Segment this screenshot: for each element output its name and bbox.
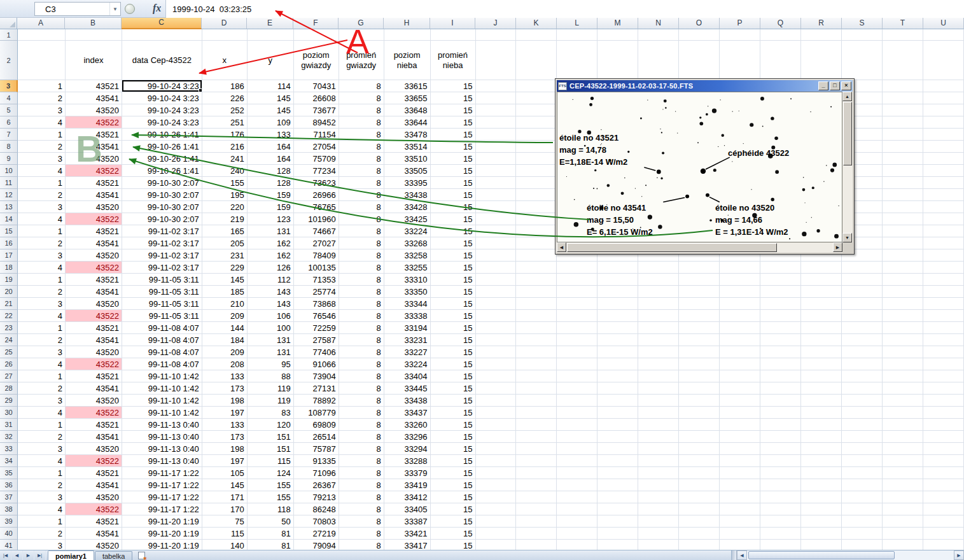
cell-t10[interactable] [883, 165, 923, 177]
cell-e31[interactable]: 120 [248, 419, 294, 431]
cell-s23[interactable] [842, 322, 883, 334]
cell-j28[interactable] [476, 382, 517, 395]
cell-m2[interactable] [597, 41, 638, 80]
cell-o27[interactable] [679, 370, 720, 382]
cell-o23[interactable] [679, 322, 720, 334]
cell-j32[interactable] [476, 431, 517, 443]
cell-r38[interactable] [801, 503, 842, 515]
cell-f7[interactable]: 71154 [294, 129, 339, 141]
cell-h24[interactable]: 33231 [384, 334, 431, 346]
cell-b10[interactable]: 43522 [66, 165, 122, 177]
cell-b2[interactable]: index [66, 41, 122, 80]
cell-u19[interactable] [923, 274, 964, 286]
cell-p28[interactable] [720, 382, 760, 395]
cell-j41[interactable] [476, 540, 517, 550]
cell-c8[interactable]: 99-10-26 1:41 [122, 141, 202, 153]
cell-g28[interactable]: 8 [339, 382, 384, 395]
cell-c30[interactable]: 99-11-10 1:42 [122, 407, 202, 419]
cell-f25[interactable]: 77406 [294, 346, 339, 358]
cell-t30[interactable] [883, 407, 923, 419]
cell-l2[interactable] [557, 41, 597, 80]
cell-d15[interactable]: 165 [202, 225, 248, 237]
cell-e23[interactable]: 100 [248, 322, 294, 334]
cell-p38[interactable] [720, 503, 760, 515]
cell-t39[interactable] [883, 515, 923, 528]
cell-c29[interactable]: 99-11-10 1:42 [122, 395, 202, 407]
cell-t28[interactable] [883, 382, 923, 395]
cell-p30[interactable] [720, 407, 760, 419]
cell-c3[interactable]: 99-10-24 3:23 [122, 80, 202, 92]
cell-o36[interactable] [679, 479, 720, 491]
cell-i24[interactable]: 15 [431, 334, 476, 346]
cell-j25[interactable] [476, 346, 517, 358]
cell-q41[interactable] [760, 540, 801, 550]
cell-f12[interactable]: 26966 [294, 189, 339, 201]
cell-p22[interactable] [720, 310, 760, 322]
cell-h1[interactable] [384, 29, 431, 41]
cell-n34[interactable] [638, 455, 679, 467]
cell-j12[interactable] [476, 189, 517, 201]
cell-j31[interactable] [476, 419, 517, 431]
cell-d5[interactable]: 252 [202, 104, 248, 116]
cell-i33[interactable]: 15 [431, 443, 476, 455]
cell-c9[interactable]: 99-10-26 1:41 [122, 153, 202, 165]
fts-vertical-scrollbar[interactable]: ▲ ▼ [842, 92, 853, 242]
cell-j20[interactable] [476, 286, 517, 298]
cell-t16[interactable] [883, 237, 923, 249]
row-header-15[interactable]: 15 [0, 225, 18, 237]
cell-d13[interactable]: 220 [202, 201, 248, 213]
cell-o32[interactable] [679, 431, 720, 443]
cell-u23[interactable] [923, 322, 964, 334]
close-button[interactable]: × [841, 81, 851, 90]
cell-f20[interactable]: 25774 [294, 286, 339, 298]
cell-d41[interactable]: 140 [202, 540, 248, 550]
cell-f21[interactable]: 73868 [294, 298, 339, 310]
cell-q40[interactable] [760, 528, 801, 540]
cell-s1[interactable] [842, 29, 883, 41]
cell-s30[interactable] [842, 407, 883, 419]
cell-i9[interactable]: 15 [431, 153, 476, 165]
cell-j17[interactable] [476, 249, 517, 262]
cell-b8[interactable]: 43541 [66, 141, 122, 153]
cell-j5[interactable] [476, 104, 517, 116]
cell-s41[interactable] [842, 540, 883, 550]
cell-h34[interactable]: 33288 [384, 455, 431, 467]
cell-e7[interactable]: 133 [248, 129, 294, 141]
row-header-28[interactable]: 28 [0, 382, 18, 395]
name-box-dropdown-icon[interactable]: ▼ [109, 3, 120, 15]
cell-m29[interactable] [597, 395, 638, 407]
cell-t7[interactable] [883, 129, 923, 141]
cell-r1[interactable] [801, 29, 842, 41]
cell-c13[interactable]: 99-10-30 2:07 [122, 201, 202, 213]
cell-c34[interactable]: 99-11-13 0:40 [122, 455, 202, 467]
cell-q20[interactable] [760, 286, 801, 298]
cell-g8[interactable]: 8 [339, 141, 384, 153]
cell-f1[interactable] [294, 29, 339, 41]
cell-i21[interactable]: 15 [431, 298, 476, 310]
cell-b1[interactable] [66, 29, 122, 41]
cell-k30[interactable] [516, 407, 557, 419]
cell-m34[interactable] [597, 455, 638, 467]
cell-e30[interactable]: 83 [248, 407, 294, 419]
row-header-33[interactable]: 33 [0, 443, 18, 455]
cell-r32[interactable] [801, 431, 842, 443]
cell-a5[interactable]: 3 [18, 104, 66, 116]
cell-p25[interactable] [720, 346, 760, 358]
cell-b40[interactable]: 43541 [66, 528, 122, 540]
column-header-b[interactable]: B [65, 18, 122, 29]
cell-b21[interactable]: 43520 [66, 298, 122, 310]
cell-a17[interactable]: 3 [18, 249, 66, 262]
cell-h36[interactable]: 33419 [384, 479, 431, 491]
cell-a23[interactable]: 1 [18, 322, 66, 334]
cell-o38[interactable] [679, 503, 720, 515]
cell-j15[interactable] [476, 225, 517, 237]
cell-g20[interactable]: 8 [339, 286, 384, 298]
cell-g29[interactable]: 8 [339, 395, 384, 407]
cell-i15[interactable]: 15 [431, 225, 476, 237]
cell-f5[interactable]: 73677 [294, 104, 339, 116]
cell-f28[interactable]: 27131 [294, 382, 339, 395]
cell-f17[interactable]: 78409 [294, 249, 339, 262]
cell-c14[interactable]: 99-10-30 2:07 [122, 213, 202, 225]
cell-h31[interactable]: 33260 [384, 419, 431, 431]
cell-h11[interactable]: 33395 [384, 177, 431, 189]
